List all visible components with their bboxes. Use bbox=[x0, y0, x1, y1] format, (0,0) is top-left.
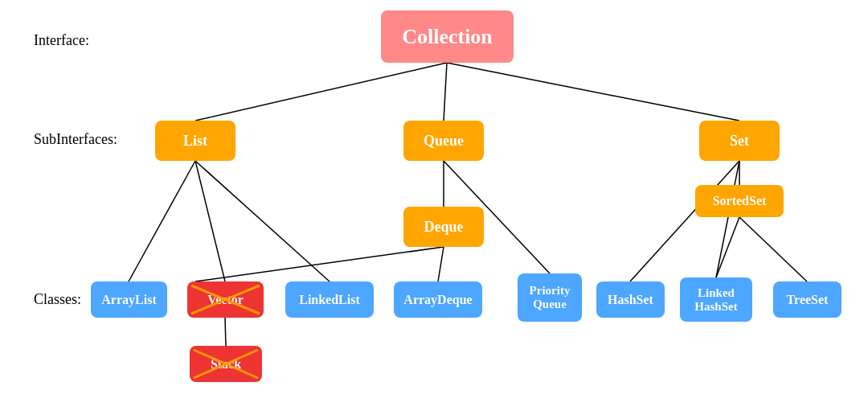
svg-line-16 bbox=[191, 286, 260, 314]
collection-node: Collection bbox=[381, 10, 514, 63]
svg-line-0 bbox=[195, 63, 447, 121]
stack-node: Stack bbox=[190, 346, 262, 382]
svg-line-9 bbox=[195, 247, 444, 281]
deque-node: Deque bbox=[403, 207, 484, 247]
queue-node: Queue bbox=[403, 121, 484, 161]
interface-label: Interface: bbox=[34, 32, 89, 49]
priorityqueue-node: Priority Queue bbox=[518, 273, 582, 322]
svg-line-1 bbox=[444, 63, 447, 121]
linkedhashset-node: Linked HashSet bbox=[680, 277, 752, 322]
treeset-node: TreeSet bbox=[773, 281, 841, 318]
hashset-node: HashSet bbox=[596, 281, 665, 318]
svg-line-19 bbox=[194, 350, 258, 378]
svg-line-17 bbox=[191, 286, 260, 314]
svg-line-2 bbox=[447, 63, 739, 121]
arraydeque-node: ArrayDeque bbox=[394, 281, 482, 318]
svg-line-13 bbox=[739, 217, 807, 281]
svg-line-15 bbox=[225, 318, 226, 346]
arraylist-node: ArrayList bbox=[91, 281, 167, 318]
vector-cross-icon bbox=[187, 281, 264, 318]
vector-node: Vector bbox=[187, 281, 264, 318]
svg-line-3 bbox=[129, 161, 195, 281]
svg-line-8 bbox=[438, 247, 444, 281]
linkedlist-node: LinkedList bbox=[285, 281, 374, 318]
classes-label: Classes: bbox=[34, 291, 81, 308]
sortedset-node: SortedSet bbox=[695, 185, 784, 217]
svg-line-12 bbox=[716, 161, 739, 277]
list-node: List bbox=[155, 121, 235, 161]
svg-line-18 bbox=[194, 350, 258, 378]
stack-cross-icon bbox=[190, 346, 262, 382]
svg-line-14 bbox=[716, 217, 739, 277]
subinterfaces-label: SubInterfaces: bbox=[34, 131, 117, 148]
set-node: Set bbox=[699, 121, 780, 161]
svg-line-5 bbox=[195, 161, 330, 281]
diagram: Interface: SubInterfaces: Classes: Colle… bbox=[0, 0, 868, 415]
svg-line-4 bbox=[195, 161, 225, 281]
svg-line-11 bbox=[630, 161, 739, 281]
